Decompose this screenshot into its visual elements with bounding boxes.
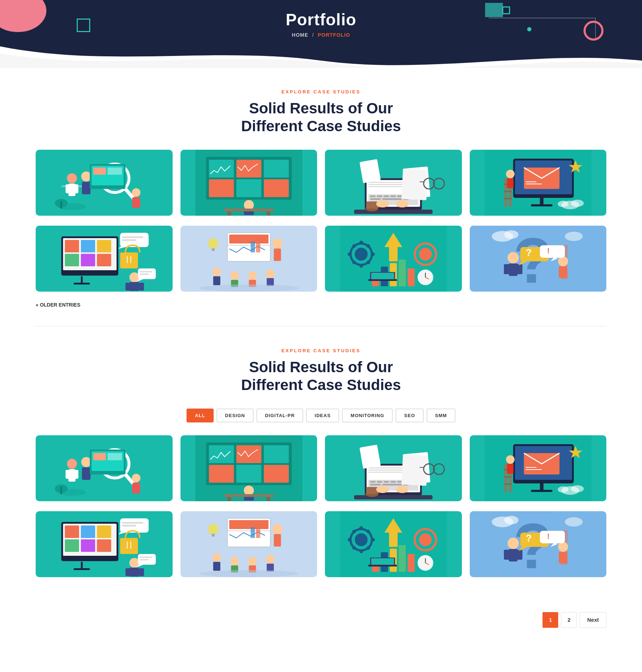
svg-point-300 [367, 530, 370, 533]
svg-rect-35 [354, 210, 433, 214]
svg-point-175 [81, 457, 91, 467]
svg-rect-187 [209, 445, 234, 463]
portfolio-card-15[interactable] [325, 511, 462, 577]
svg-rect-183 [93, 453, 106, 460]
svg-point-76 [571, 200, 584, 207]
page-btn-1[interactable]: 1 [542, 612, 558, 628]
older-entries-link[interactable]: « OLDER ENTRIES [36, 302, 606, 308]
svg-text:!: ! [547, 532, 549, 541]
breadcrumb-home[interactable]: HOME [292, 32, 308, 38]
svg-rect-209 [382, 484, 402, 486]
svg-text:?: ? [525, 533, 531, 544]
portfolio-card-3[interactable] [325, 150, 462, 216]
svg-rect-140 [399, 260, 406, 286]
page-title: Portfolio [0, 10, 642, 29]
svg-point-177 [132, 474, 141, 482]
svg-rect-43 [382, 198, 402, 200]
portfolio-card-9[interactable] [36, 435, 173, 501]
svg-rect-307 [408, 554, 415, 572]
svg-rect-91 [122, 236, 143, 238]
svg-rect-287 [250, 527, 255, 538]
svg-point-132 [371, 252, 375, 256]
svg-rect-257 [122, 522, 143, 524]
portfolio-card-12[interactable] [470, 435, 607, 501]
section2-title-line1: Solid Results of Our [249, 359, 393, 375]
svg-rect-249 [97, 525, 111, 538]
svg-rect-321 [516, 550, 522, 560]
svg-rect-24 [209, 179, 234, 197]
portfolio-card-4[interactable] [470, 150, 607, 216]
card-grid-1 [36, 150, 606, 216]
svg-rect-239 [507, 464, 513, 474]
svg-rect-93 [120, 252, 138, 268]
svg-rect-327 [540, 531, 565, 543]
svg-rect-269 [140, 559, 149, 560]
svg-rect-10 [82, 182, 91, 194]
svg-rect-201 [354, 495, 433, 499]
svg-rect-37 [370, 195, 376, 197]
svg-point-159 [558, 256, 568, 266]
svg-point-114 [248, 271, 256, 280]
portfolio-card-13[interactable] [36, 511, 173, 577]
page-btn-2[interactable]: 2 [561, 612, 577, 628]
svg-point-131 [348, 252, 351, 256]
svg-rect-197 [266, 497, 270, 501]
svg-rect-314 [371, 558, 394, 565]
svg-rect-73 [507, 178, 513, 188]
svg-rect-67 [504, 178, 507, 207]
svg-point-318 [507, 538, 519, 549]
portfolio-card-14[interactable] [180, 511, 317, 577]
svg-rect-52 [366, 201, 378, 209]
pagination: 1 2 Next [0, 601, 642, 638]
portfolio-card-5[interactable] [36, 226, 173, 292]
svg-rect-42 [370, 198, 381, 200]
portfolio-card-11[interactable] [325, 435, 462, 501]
svg-point-282 [266, 555, 274, 564]
portfolio-card-10[interactable] [180, 435, 317, 501]
svg-rect-277 [213, 562, 220, 571]
svg-rect-264 [126, 568, 131, 576]
page-header: Portfolio HOME / PORTFOLIO [0, 0, 642, 46]
filter-tab-seo[interactable]: SEO [396, 409, 423, 422]
filter-tabs: ALL DESIGN DIGITAL-PR IDEAS MONITORING S… [36, 409, 606, 422]
filter-tab-ideas[interactable]: IDEAS [306, 409, 339, 422]
svg-rect-88 [74, 283, 90, 284]
svg-rect-273 [229, 520, 268, 529]
section-1: EXPLORE CASE STUDIES Solid Results of Ou… [0, 68, 642, 326]
svg-rect-192 [264, 465, 289, 483]
filter-tab-all[interactable]: ALL [187, 409, 214, 422]
svg-rect-188 [236, 445, 261, 463]
filter-tab-monitoring[interactable]: MONITORING [342, 409, 393, 422]
svg-rect-254 [74, 568, 90, 570]
portfolio-card-2[interactable] [180, 150, 317, 216]
filter-tab-smm[interactable]: SMM [427, 409, 455, 422]
svg-rect-248 [81, 525, 95, 538]
svg-rect-17 [93, 168, 106, 175]
portfolio-card-1[interactable] [36, 150, 173, 216]
svg-point-77 [557, 201, 568, 207]
svg-rect-40 [391, 195, 396, 197]
svg-point-9 [81, 171, 91, 181]
svg-rect-46 [368, 184, 404, 185]
svg-rect-236 [504, 476, 511, 478]
svg-rect-120 [256, 238, 260, 252]
svg-rect-99 [139, 283, 144, 291]
svg-rect-155 [516, 264, 522, 274]
portfolio-card-8[interactable]: ? ! ? ! [470, 226, 607, 292]
portfolio-card-16[interactable]: ? ! ? ! [470, 511, 607, 577]
portfolio-card-6[interactable] [180, 226, 317, 292]
svg-rect-161 [540, 245, 565, 258]
svg-rect-141 [408, 268, 415, 286]
svg-rect-26 [264, 179, 289, 197]
page-btn-next[interactable]: Next [580, 612, 606, 628]
filter-tab-digital-pr[interactable]: DIGITAL-PR [256, 409, 303, 422]
filter-tab-design[interactable]: DESIGN [216, 409, 254, 422]
portfolio-card-7[interactable] [325, 226, 462, 292]
svg-rect-172 [68, 469, 76, 482]
svg-rect-83 [97, 240, 111, 252]
svg-rect-195 [224, 494, 274, 497]
svg-point-296 [360, 550, 363, 553]
svg-point-108 [272, 238, 282, 248]
svg-point-134 [367, 244, 370, 248]
svg-rect-39 [384, 195, 389, 197]
